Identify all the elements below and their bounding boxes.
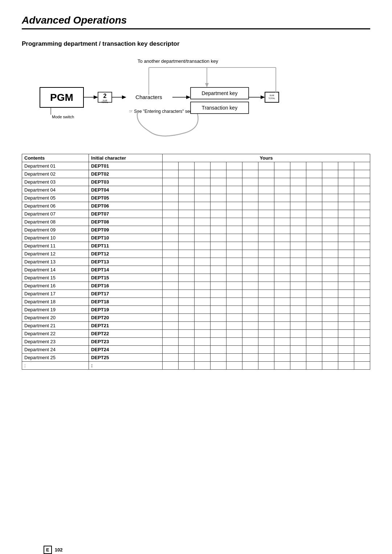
cell-yours <box>338 234 354 242</box>
cell-contents: Department 04 <box>22 186 89 194</box>
cell-yours <box>258 306 274 314</box>
cell-yours <box>322 346 338 354</box>
cell-initial: DEPT09 <box>89 226 163 234</box>
cell-yours <box>226 226 242 234</box>
cell-yours <box>226 162 242 170</box>
cell-yours <box>322 250 338 258</box>
cell-yours <box>274 258 290 266</box>
cell-yours <box>338 266 354 274</box>
cell-yours <box>338 354 354 362</box>
cell-yours <box>242 194 258 202</box>
cell-yours <box>322 314 338 322</box>
cell-initial: DEPT21 <box>89 322 163 330</box>
cell-yours <box>354 346 370 354</box>
cell-yours <box>226 178 242 186</box>
footer-badge: E <box>44 546 52 554</box>
cell-yours <box>179 186 195 194</box>
cell-yours <box>258 194 274 202</box>
cell-initial: DEPT06 <box>89 202 163 210</box>
cell-yours <box>242 274 258 282</box>
cell-yours <box>258 266 274 274</box>
cell-initial: DEPT16 <box>89 282 163 290</box>
cell-initial: DEPT10 <box>89 234 163 242</box>
diagram-container: To another department/transaction key PG… <box>22 55 370 143</box>
cell-yours <box>195 218 211 226</box>
page-footer: E 102 <box>44 546 62 554</box>
table-row: Department 05DEPT05 <box>22 194 370 202</box>
cell-yours <box>306 330 322 338</box>
cell-yours <box>274 290 290 298</box>
cell-yours <box>354 266 370 274</box>
cell-yours <box>195 194 211 202</box>
cell-yours <box>354 290 370 298</box>
cell-yours <box>258 178 274 186</box>
cell-yours <box>322 194 338 202</box>
cell-yours <box>306 186 322 194</box>
cell-yours <box>211 162 226 170</box>
cell-initial: DEPT03 <box>89 178 163 186</box>
cell-yours <box>242 354 258 362</box>
cell-initial: DEPT17 <box>89 290 163 298</box>
cell-yours <box>211 330 226 338</box>
cell-yours <box>242 314 258 322</box>
cell-yours <box>242 242 258 250</box>
cell-yours <box>163 202 179 210</box>
col-initial-header: Initial character <box>89 154 163 162</box>
cell-yours <box>211 218 226 226</box>
cell-yours <box>322 306 338 314</box>
cell-yours <box>290 290 306 298</box>
cell-yours <box>306 218 322 226</box>
cell-yours <box>306 338 322 346</box>
cell-contents: Department 25 <box>22 354 89 362</box>
cell-yours <box>195 306 211 314</box>
cell-yours <box>211 194 226 202</box>
page-header: Advanced Operations <box>22 15 370 29</box>
cell-yours <box>179 170 195 178</box>
cell-yours <box>211 210 226 218</box>
cell-yours <box>258 346 274 354</box>
cell-yours <box>226 186 242 194</box>
cell-yours <box>195 162 211 170</box>
cell-yours <box>354 194 370 202</box>
cell-yours <box>242 298 258 306</box>
cell-yours <box>242 162 258 170</box>
cell-yours <box>195 226 211 234</box>
cell-yours <box>163 330 179 338</box>
cell-yours <box>338 306 354 314</box>
cell-yours <box>322 354 338 362</box>
cell-yours <box>179 322 195 330</box>
cell-yours <box>179 242 195 250</box>
cell-yours <box>226 266 242 274</box>
cell-yours <box>195 178 211 186</box>
cell-yours <box>211 282 226 290</box>
cell-yours <box>354 330 370 338</box>
cell-yours <box>306 322 322 330</box>
cell-yours <box>290 250 306 258</box>
cell-yours <box>322 274 338 282</box>
col-contents-header: Contents <box>22 154 89 162</box>
cell-yours <box>211 314 226 322</box>
cell-yours <box>211 186 226 194</box>
cell-yours <box>211 178 226 186</box>
cell-yours <box>306 178 322 186</box>
cell-yours <box>290 218 306 226</box>
cell-yours <box>322 282 338 290</box>
cell-yours <box>338 202 354 210</box>
cell-yours <box>290 274 306 282</box>
cell-contents: Department 10 <box>22 234 89 242</box>
cell-yours <box>179 218 195 226</box>
cell-yours <box>274 186 290 194</box>
cell-yours <box>322 338 338 346</box>
cell-yours <box>242 266 258 274</box>
cell-yours <box>179 266 195 274</box>
cell-yours <box>179 202 195 210</box>
cell-yours <box>290 354 306 362</box>
svg-text:TOTAL: TOTAL <box>269 97 275 99</box>
cell-yours <box>258 210 274 218</box>
cell-yours <box>258 162 274 170</box>
cell-yours <box>338 274 354 282</box>
cell-yours <box>163 306 179 314</box>
cell-contents: Department 05 <box>22 194 89 202</box>
table-row: Department 22DEPT22 <box>22 330 370 338</box>
cell-yours <box>226 258 242 266</box>
